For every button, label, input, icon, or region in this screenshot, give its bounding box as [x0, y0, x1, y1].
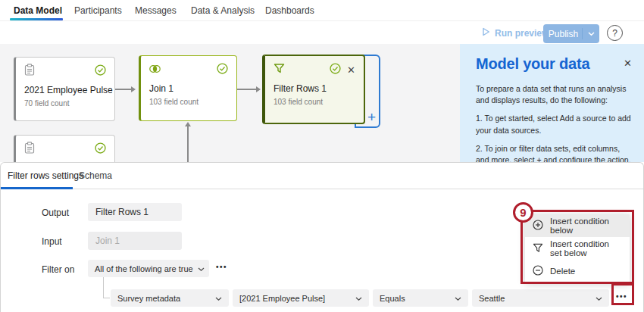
publish-button[interactable]: Publish: [543, 24, 599, 43]
active-tab-indicator: [10, 18, 63, 20]
condition-value-value: Seattle: [479, 294, 505, 303]
output-label: Output: [42, 207, 69, 218]
menu-item-label: Insert condition below: [550, 217, 622, 235]
nav-tab-messages[interactable]: Messages: [135, 5, 177, 16]
top-nav: Data Model Participants Messages Data & …: [0, 0, 644, 21]
chevron-down-icon[interactable]: [583, 32, 599, 36]
edge-source1-to-join: [115, 89, 131, 90]
condition-source-dropdown[interactable]: [2021 Employee Pulse]: [233, 289, 369, 307]
nav-tab-data-analysis[interactable]: Data & Analysis: [191, 5, 255, 16]
condition-field-dropdown[interactable]: Survey metadata: [111, 289, 229, 307]
input-label: Input: [42, 236, 62, 247]
settings-tabs: Filter rows settings Schema: [1, 163, 643, 189]
help-paragraph: 2. To join or filter data sets, edit col…: [476, 143, 635, 162]
node-join-1[interactable]: Join 1 103 field count: [139, 55, 237, 121]
condition-connector: [103, 277, 104, 298]
condition-value-dropdown[interactable]: Seattle: [472, 289, 609, 307]
nav-tab-participants[interactable]: Participants: [74, 5, 122, 16]
clipboard-icon: [24, 64, 35, 79]
edge-join-to-filter: [237, 89, 256, 90]
clipboard-icon: [24, 142, 35, 157]
help-label: ?: [612, 28, 617, 39]
condition-connector: [103, 298, 110, 298]
filter-icon: [274, 63, 285, 76]
help-panel-title: Model your data: [476, 55, 589, 73]
chevron-down-icon: [355, 294, 362, 303]
filter-on-label: Filter on: [42, 264, 74, 275]
condition-field-value: Survey metadata: [117, 294, 180, 303]
arrowhead-right-icon: [256, 86, 261, 92]
check-circle-icon: [95, 142, 106, 157]
filter-logic-value: All of the following are true: [95, 264, 193, 273]
condition-context-menu: Insert condition below Insert condition …: [525, 214, 630, 282]
circle-minus-icon: [533, 265, 543, 277]
toolbar: Run preview Publish ?: [0, 21, 644, 44]
filter-logic-dropdown[interactable]: All of the following are true: [88, 260, 209, 277]
help-paragraph: 1. To get started, select Add a source t…: [476, 113, 635, 136]
plus-icon[interactable]: +: [367, 109, 376, 126]
condition-overflow-button[interactable]: •••: [616, 292, 627, 301]
node-filter-rows-1[interactable]: ✕ Filter Rows 1 103 field count: [262, 55, 365, 124]
node-title: Filter Rows 1: [274, 83, 355, 94]
active-tab-indicator: [1, 187, 73, 189]
arrowhead-up-icon: [185, 122, 191, 126]
input-field: [88, 232, 182, 250]
node-title: 2021 Employee Pulse: [24, 85, 106, 95]
play-icon: [482, 27, 490, 39]
close-icon[interactable]: ✕: [347, 65, 355, 75]
node-2019-engagement[interactable]: 2019 Engagement: [14, 135, 115, 162]
menu-item-label: Insert condition set below: [550, 239, 622, 257]
help-button[interactable]: ?: [607, 25, 623, 41]
check-circle-icon: [217, 63, 228, 77]
node-title: Join 1: [149, 83, 228, 94]
help-panel: Model your data ✕ To prepare a data set …: [460, 44, 644, 162]
arrowhead-right-icon: [131, 86, 136, 92]
condition-operator-value: Equals: [380, 294, 405, 303]
tab-schema[interactable]: Schema: [79, 170, 112, 181]
nav-tab-data-model[interactable]: Data Model: [14, 5, 62, 16]
check-circle-icon: [95, 64, 106, 79]
filter-settings-panel: Filter rows settings Schema Output Input…: [0, 162, 644, 312]
annotation-step-badge: 9: [513, 202, 533, 223]
funnel-icon: [533, 243, 543, 254]
menu-item-insert-condition-set-below[interactable]: Insert condition set below: [525, 237, 630, 260]
help-paragraph: To prepare a data set that runs an analy…: [476, 83, 635, 106]
menu-item-delete[interactable]: Delete: [525, 260, 630, 282]
node-2021-employee-pulse[interactable]: 2021 Employee Pulse 70 field count: [14, 57, 115, 121]
run-preview-button[interactable]: Run preview: [482, 27, 549, 39]
chevron-down-icon: [198, 264, 205, 273]
output-field[interactable]: [88, 203, 182, 221]
join-icon: [149, 63, 161, 76]
check-circle-icon: [330, 63, 341, 77]
chevron-down-icon: [596, 294, 602, 303]
menu-item-label: Delete: [550, 267, 575, 276]
filter-logic-overflow-button[interactable]: •••: [216, 263, 227, 271]
publish-label: Publish: [543, 29, 582, 39]
model-canvas: 2021 Employee Pulse 70 field count Join …: [0, 44, 644, 162]
circle-plus-icon: [533, 220, 543, 232]
menu-item-insert-condition-below[interactable]: Insert condition below: [525, 214, 630, 237]
run-preview-label: Run preview: [495, 28, 549, 39]
nav-tab-dashboards[interactable]: Dashboards: [265, 5, 314, 16]
chevron-down-icon: [455, 294, 461, 303]
close-icon[interactable]: ✕: [624, 58, 632, 69]
chevron-down-icon: [215, 294, 222, 303]
node-field-count: 70 field count: [24, 99, 106, 108]
node-field-count: 103 field count: [149, 98, 228, 106]
edge-source2-to-join: [187, 126, 189, 162]
tab-filter-rows-settings[interactable]: Filter rows settings: [8, 170, 83, 181]
condition-source-value: [2021 Employee Pulse]: [239, 294, 325, 303]
condition-operator-dropdown[interactable]: Equals: [373, 289, 468, 307]
node-field-count: 103 field count: [274, 98, 355, 106]
